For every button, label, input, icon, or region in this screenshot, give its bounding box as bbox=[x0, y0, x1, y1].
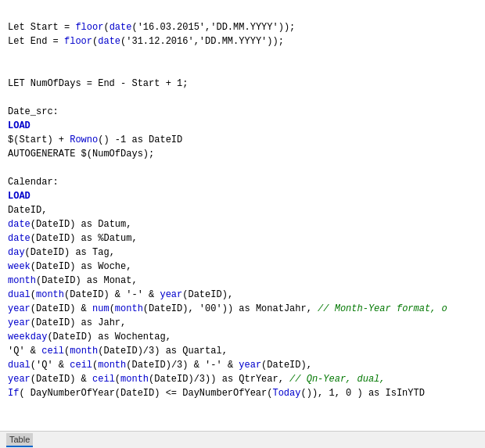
code-line: month(DateID) as Monat, bbox=[8, 274, 477, 288]
bottom-bar-table-tab[interactable]: Table bbox=[6, 433, 33, 447]
code-line: week(DateID) as Woche, bbox=[8, 260, 477, 274]
code-line bbox=[8, 414, 477, 428]
code-line: 'Q' & ceil(month(DateID)/3) as Quartal, bbox=[8, 344, 477, 358]
code-line bbox=[8, 91, 477, 105]
code-line: year(DateID) as Jahr, bbox=[8, 316, 477, 330]
code-editor: Let Start = floor(date('16.03.2015','DD.… bbox=[0, 0, 485, 448]
code-line: Date_src: bbox=[8, 105, 477, 119]
code-line bbox=[8, 48, 477, 63]
code-line: year(DateID) & ceil(month(DateID)/3)) as… bbox=[8, 372, 477, 386]
code-line: dual('Q' & ceil(month(DateID)/3) & '-' &… bbox=[8, 358, 477, 372]
code-line bbox=[8, 63, 477, 77]
code-line: year(DateID) & num(month(DateID), '00'))… bbox=[8, 302, 477, 316]
code-line: date(DateID) as Datum, bbox=[8, 217, 477, 231]
code-line: $(Start) + Rowno() -1 as DateID bbox=[8, 133, 477, 147]
bottom-bar: Table bbox=[0, 431, 485, 448]
code-line: date(DateID) as %Datum, bbox=[8, 231, 477, 246]
code-line: Let Start = floor(date('16.03.2015','DD.… bbox=[8, 20, 477, 34]
code-line: If( DayNumberOfYear(DateID) <= DayNumber… bbox=[8, 386, 477, 400]
code-line: Let End = floor(date('31.12.2016','DD.MM… bbox=[8, 34, 477, 48]
code-line: dual(month(DateID) & '-' & year(DateID), bbox=[8, 288, 477, 302]
code-line: LET NumOfDays = End - Start + 1; bbox=[8, 77, 477, 91]
code-line: DateID, bbox=[8, 203, 477, 217]
code-line: weekday(DateID) as Wochentag, bbox=[8, 330, 477, 344]
code-line bbox=[8, 161, 477, 175]
code-line: Calendar: bbox=[8, 175, 477, 189]
code-line: LOAD bbox=[8, 189, 477, 203]
code-line: AUTOGENERATE $(NumOfDays); bbox=[8, 147, 477, 161]
code-line: LOAD bbox=[8, 119, 477, 133]
code-line: day(DateID) as Tag, bbox=[8, 246, 477, 260]
code-line bbox=[8, 400, 477, 414]
